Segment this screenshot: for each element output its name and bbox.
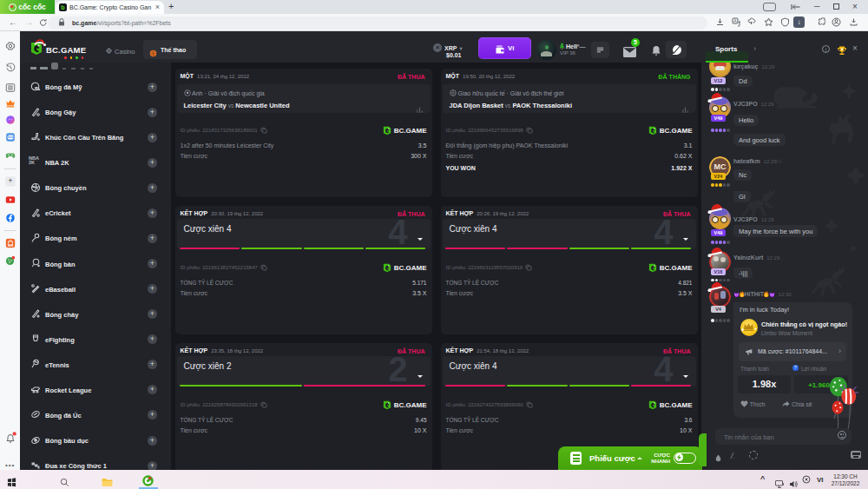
svg-text:12.12: 12.12 [7,244,13,248]
svg-text:Zalo: Zalo [7,135,13,139]
svg-text:A: A [733,18,737,23]
